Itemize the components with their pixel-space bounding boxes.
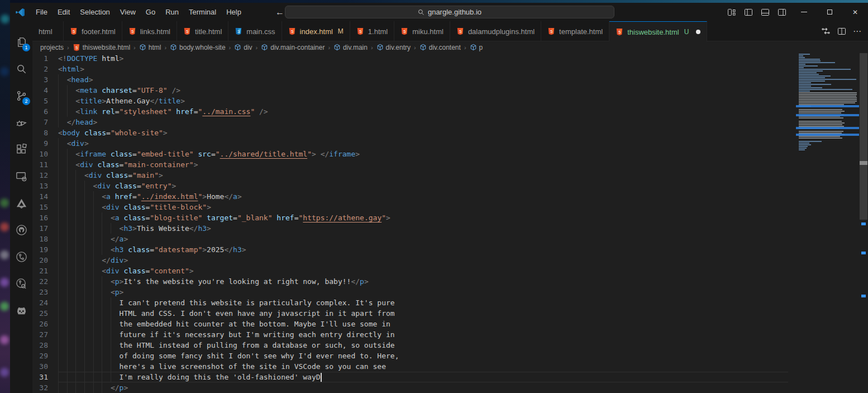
sidebar-item-source-control[interactable]: 2 — [10, 82, 32, 109]
maximize-button[interactable] — [817, 3, 842, 21]
code-line-25[interactable]: 25HTML and CSS. I don't even have any ja… — [32, 308, 837, 319]
toggle-panel-icon[interactable] — [761, 8, 770, 17]
code-line-21[interactable]: 21<div class="content"> — [32, 266, 837, 276]
tab-1-html[interactable]: 51.html — [350, 21, 394, 41]
breadcrumb-item-body-whole-site[interactable]: body.whole-site — [170, 44, 226, 51]
code-line-24[interactable]: 24I can't pretend this website is partic… — [32, 297, 837, 308]
code-line-23[interactable]: 23<p> — [32, 287, 837, 297]
breadcrumb-item-projects[interactable]: projects — [40, 44, 64, 51]
code-lines[interactable]: 1<!DOCTYPE html>2<html>3<head>4<meta cha… — [32, 53, 837, 393]
more-actions-icon[interactable]: ⋯ — [853, 26, 861, 36]
sidebar-item-git-graph[interactable] — [10, 243, 32, 270]
menu-edit[interactable]: Edit — [53, 6, 75, 18]
code-line-17[interactable]: 17<h3>This Website</h3> — [32, 223, 837, 234]
breadcrumb-item-div[interactable]: div — [234, 44, 252, 51]
code-token: title — [80, 96, 102, 106]
chevron-right-icon: › — [464, 44, 466, 51]
menu-terminal[interactable]: Terminal — [184, 6, 221, 18]
code-line-11[interactable]: 11<div class="main-container"> — [32, 159, 837, 170]
code-token: = — [150, 244, 154, 255]
breadcrumb-item-div-main[interactable]: div.main — [333, 44, 368, 51]
tab-thiswebsite-html[interactable]: 5thiswebsite.htmlU — [609, 21, 707, 42]
breadcrumb-item-thiswebsite-html[interactable]: 5thiswebsite.html — [73, 44, 130, 51]
code-line-10[interactable]: 10<iframe class="embed-title" src="../sh… — [32, 149, 837, 159]
tab-title-html[interactable]: 5title.html — [177, 21, 228, 41]
breadcrumb-item-div-content[interactable]: div.content — [419, 44, 461, 51]
code-line-31[interactable]: 31I'm really doing this the 'old-fashion… — [32, 372, 837, 382]
breadcrumb-item-div-main-container[interactable]: div.main-container — [261, 44, 325, 51]
menu-view[interactable]: View — [115, 6, 141, 18]
tab-main-css[interactable]: 3main.css — [228, 21, 282, 41]
breadcrumb-item-html[interactable]: html — [139, 44, 161, 51]
toggle-primary-sidebar-icon[interactable] — [744, 8, 753, 17]
code-line-5[interactable]: 5<title>Athene.Gay</title> — [32, 96, 837, 106]
open-changes-icon[interactable] — [821, 26, 831, 36]
chevron-right-icon: › — [229, 44, 231, 51]
git-status-badge: M — [338, 27, 344, 35]
split-editor-icon[interactable] — [837, 27, 846, 36]
code-line-18[interactable]: 18</a> — [32, 234, 837, 244]
code-line-4[interactable]: 4<meta charset="UTF-8" /> — [32, 85, 837, 96]
code-line-1[interactable]: 1<!DOCTYPE html> — [32, 53, 837, 64]
breadcrumb-item-p[interactable]: p — [470, 44, 483, 51]
sidebar-item-explorer[interactable]: 1 — [10, 29, 32, 55]
toggle-secondary-sidebar-icon[interactable] — [778, 8, 786, 17]
code-token: = — [194, 106, 198, 117]
tab-index-html[interactable]: 5index.htmlM — [282, 21, 350, 41]
code-line-27[interactable]: 27future if it's necessary but I'm writi… — [32, 329, 837, 340]
scrollbar-thumb[interactable] — [860, 53, 867, 220]
code-line-13[interactable]: 13<div class="entry"> — [32, 181, 837, 191]
code-line-19[interactable]: 19<h3 class="datestamp">2025</h3> — [32, 244, 837, 255]
minimize-button[interactable] — [791, 3, 817, 21]
tab-dalamudplugins-html[interactable]: 5dalamudplugins.html — [450, 21, 541, 41]
menu-run[interactable]: Run — [160, 6, 184, 18]
unsaved-dot-icon[interactable] — [696, 30, 700, 34]
command-center-search[interactable]: gnargle.github.io — [285, 6, 614, 18]
code-line-28[interactable]: 28the HTML instead of pulling from a dat… — [32, 340, 837, 351]
sidebar-item-run-debug[interactable] — [10, 109, 32, 136]
sidebar-item-extensions[interactable] — [10, 136, 32, 163]
menu-go[interactable]: Go — [141, 6, 160, 18]
html-file-icon: 5 — [288, 27, 296, 35]
sidebar-item-search[interactable] — [10, 55, 32, 82]
minimap[interactable] — [796, 53, 859, 393]
sidebar-item-godot-tools[interactable] — [10, 297, 32, 324]
code-line-7[interactable]: 7</head> — [32, 117, 837, 127]
sidebar-item-github[interactable] — [10, 216, 32, 243]
tab-template-html[interactable]: 5template.html — [541, 21, 609, 41]
code-line-12[interactable]: 12<div class="main"> — [32, 170, 837, 181]
sidebar-item-gitlens[interactable] — [10, 270, 32, 297]
menu-help[interactable]: Help — [221, 6, 246, 18]
code-editor[interactable]: 1<!DOCTYPE html>2<html>3<head>4<meta cha… — [32, 53, 868, 393]
tab-miku-html[interactable]: 5miku.html — [394, 21, 450, 41]
code-line-6[interactable]: 6<link rel="stylesheet" href="../main.cs… — [32, 106, 837, 117]
minimap-line — [799, 57, 805, 58]
code-line-20[interactable]: 20</div> — [32, 255, 837, 266]
customize-layout-icon[interactable] — [727, 8, 736, 17]
code-line-14[interactable]: 14<a href="../index.html">Home</a> — [32, 191, 837, 202]
minimap-line — [799, 84, 831, 85]
menu-file[interactable]: File — [31, 6, 53, 18]
close-button[interactable]: ✕ — [842, 3, 868, 21]
back-arrow-icon[interactable]: ← — [275, 7, 284, 17]
code-line-15[interactable]: 15<div class="title-block"> — [32, 202, 837, 212]
sidebar-item-triangle-logo[interactable] — [10, 190, 32, 216]
sidebar-item-remote-explorer[interactable] — [10, 163, 32, 190]
tab-footer-html[interactable]: 5footer.html — [64, 21, 122, 41]
tab-links-html[interactable]: 5links.html — [122, 21, 177, 41]
code-line-8[interactable]: 8<body class="whole-site"> — [32, 127, 837, 138]
code-line-26[interactable]: 26the embedded hit counter at the bottom… — [32, 319, 837, 329]
code-line-30[interactable]: 30here's a live screenshot of the site i… — [32, 361, 837, 372]
menu-selection[interactable]: Selection — [75, 6, 115, 18]
code-line-9[interactable]: 9<div> — [32, 138, 837, 149]
tab-html[interactable]: html — [32, 21, 64, 41]
vertical-scrollbar[interactable] — [859, 53, 868, 393]
code-line-22[interactable]: 22<p>It's the website you're looking at … — [32, 276, 837, 287]
code-line-29[interactable]: 29of doing some fancy shit I don't see w… — [32, 351, 837, 361]
line-number: 32 — [32, 382, 58, 393]
breadcrumb-item-div-entry[interactable]: div.entry — [376, 44, 411, 51]
code-line-3[interactable]: 3<head> — [32, 74, 837, 85]
code-line-32[interactable]: 32</p> — [32, 382, 837, 393]
code-line-2[interactable]: 2<html> — [32, 64, 837, 74]
code-line-16[interactable]: 16<a class="blog-title" target="_blank" … — [32, 212, 837, 223]
